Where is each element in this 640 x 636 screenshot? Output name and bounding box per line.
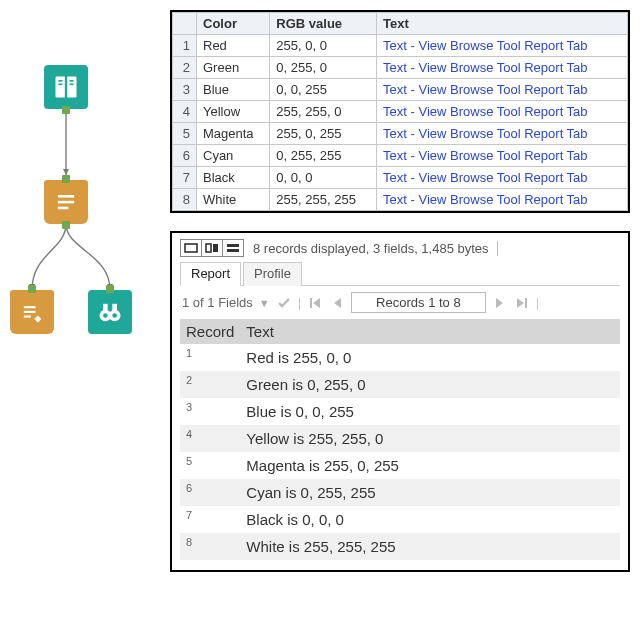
svg-rect-7 (70, 84, 74, 86)
book-icon (52, 73, 80, 101)
grid-cell-rgb[interactable]: 0, 255, 255 (270, 145, 377, 167)
grid-rownum: 7 (173, 167, 197, 189)
records-range[interactable]: Records 1 to 8 (351, 292, 486, 313)
data-grid-panel: Color RGB value Text 1Red255, 0, 0Text -… (170, 10, 630, 213)
view-single-button[interactable] (180, 239, 202, 257)
table-row[interactable]: 6Cyan0, 255, 255Text - View Browse Tool … (173, 145, 628, 167)
table-row[interactable]: 7Black0, 0, 0Text - View Browse Tool Rep… (173, 167, 628, 189)
grid-cell-color[interactable]: Green (197, 57, 270, 79)
report-rownum: 1 (180, 344, 240, 371)
grid-cell-rgb[interactable]: 255, 0, 0 (270, 35, 377, 57)
data-grid[interactable]: Color RGB value Text 1Red255, 0, 0Text -… (172, 12, 628, 211)
report-cell-text[interactable]: Red is 255, 0, 0 (240, 344, 620, 371)
grid-cell-text-link[interactable]: Text - View Browse Tool Report Tab (377, 189, 628, 211)
browse-results-panel: 8 records displayed, 3 fields, 1,485 byt… (170, 231, 630, 572)
grid-header[interactable]: RGB value (270, 13, 377, 35)
fields-indicator[interactable]: 1 of 1 Fields (182, 295, 253, 310)
report-cell-text[interactable]: White is 255, 255, 255 (240, 533, 620, 560)
grid-rownum: 6 (173, 145, 197, 167)
grid-cell-color[interactable]: Blue (197, 79, 270, 101)
svg-rect-12 (24, 306, 36, 308)
svg-rect-21 (185, 244, 197, 252)
report-header-text[interactable]: Text (240, 319, 620, 344)
formula-tool[interactable] (44, 180, 88, 224)
table-row[interactable]: 3Blue is 0, 0, 255 (180, 398, 620, 425)
browse-tabs: Report Profile (180, 261, 620, 286)
table-row[interactable]: 7Black is 0, 0, 0 (180, 506, 620, 533)
grid-cell-text-link[interactable]: Text - View Browse Tool Report Tab (377, 57, 628, 79)
table-row[interactable]: 5Magenta255, 0, 255Text - View Browse To… (173, 123, 628, 145)
text-input-tool[interactable] (44, 65, 88, 109)
table-row[interactable]: 2Green is 0, 255, 0 (180, 371, 620, 398)
table-row[interactable]: 3Blue0, 0, 255Text - View Browse Tool Re… (173, 79, 628, 101)
last-record-button[interactable] (514, 295, 530, 311)
grid-cell-rgb[interactable]: 255, 0, 255 (270, 123, 377, 145)
view-split-button[interactable] (201, 239, 223, 257)
grid-cell-text-link[interactable]: Text - View Browse Tool Report Tab (377, 35, 628, 57)
grid-cell-rgb[interactable]: 0, 0, 0 (270, 167, 377, 189)
grid-rownum: 2 (173, 57, 197, 79)
grid-cell-text-link[interactable]: Text - View Browse Tool Report Tab (377, 167, 628, 189)
svg-rect-22 (206, 244, 211, 252)
svg-rect-4 (58, 80, 62, 82)
report-cell-text[interactable]: Yellow is 255, 255, 0 (240, 425, 620, 452)
next-record-button[interactable] (492, 295, 508, 311)
view-stack-button[interactable] (222, 239, 244, 257)
browse-tool[interactable] (88, 290, 132, 334)
anchor-in (106, 285, 114, 293)
table-row[interactable]: 1Red is 255, 0, 0 (180, 344, 620, 371)
grid-cell-color[interactable]: Cyan (197, 145, 270, 167)
tab-profile[interactable]: Profile (243, 262, 302, 286)
report-cell-text[interactable]: Black is 0, 0, 0 (240, 506, 620, 533)
table-row[interactable]: 4Yellow is 255, 255, 0 (180, 425, 620, 452)
grid-header[interactable]: Color (197, 13, 270, 35)
grid-cell-rgb[interactable]: 255, 255, 255 (270, 189, 377, 211)
grid-corner (173, 13, 197, 35)
table-row[interactable]: 8White255, 255, 255Text - View Browse To… (173, 189, 628, 211)
output-data-tool[interactable] (10, 290, 54, 334)
table-row[interactable]: 6Cyan is 0, 255, 255 (180, 479, 620, 506)
report-cell-text[interactable]: Cyan is 0, 255, 255 (240, 479, 620, 506)
grid-rownum: 5 (173, 123, 197, 145)
table-row[interactable]: 5Magenta is 255, 0, 255 (180, 452, 620, 479)
grid-cell-color[interactable]: Red (197, 35, 270, 57)
grid-cell-text-link[interactable]: Text - View Browse Tool Report Tab (377, 79, 628, 101)
grid-cell-rgb[interactable]: 0, 0, 255 (270, 79, 377, 101)
workflow-canvas[interactable] (10, 10, 160, 626)
grid-cell-text-link[interactable]: Text - View Browse Tool Report Tab (377, 123, 628, 145)
grid-rownum: 8 (173, 189, 197, 211)
svg-rect-26 (310, 298, 312, 308)
svg-rect-23 (213, 244, 218, 252)
grid-cell-rgb[interactable]: 255, 255, 0 (270, 101, 377, 123)
grid-cell-text-link[interactable]: Text - View Browse Tool Report Tab (377, 101, 628, 123)
svg-rect-13 (24, 311, 36, 313)
table-row[interactable]: 4Yellow255, 255, 0Text - View Browse Too… (173, 101, 628, 123)
grid-cell-color[interactable]: Yellow (197, 101, 270, 123)
prev-record-button[interactable] (329, 295, 345, 311)
report-rownum: 5 (180, 452, 240, 479)
svg-rect-5 (58, 84, 62, 86)
chevron-down-icon[interactable]: ▼ (259, 297, 270, 309)
report-cell-text[interactable]: Magenta is 255, 0, 255 (240, 452, 620, 479)
report-header-record[interactable]: Record (180, 319, 240, 344)
report-rownum: 8 (180, 533, 240, 560)
tab-report[interactable]: Report (180, 262, 241, 286)
report-cell-text[interactable]: Green is 0, 255, 0 (240, 371, 620, 398)
note-pencil-icon (18, 298, 46, 326)
check-icon[interactable] (276, 295, 292, 311)
report-cell-text[interactable]: Blue is 0, 0, 255 (240, 398, 620, 425)
first-record-button[interactable] (307, 295, 323, 311)
report-table[interactable]: Record Text 1Red is 255, 0, 02Green is 0… (180, 319, 620, 560)
grid-cell-color[interactable]: Black (197, 167, 270, 189)
table-row[interactable]: 1Red255, 0, 0Text - View Browse Tool Rep… (173, 35, 628, 57)
grid-cell-color[interactable]: White (197, 189, 270, 211)
grid-cell-rgb[interactable]: 0, 255, 0 (270, 57, 377, 79)
grid-cell-text-link[interactable]: Text - View Browse Tool Report Tab (377, 145, 628, 167)
table-row[interactable]: 8White is 255, 255, 255 (180, 533, 620, 560)
grid-header[interactable]: Text (377, 13, 628, 35)
browse-status: 8 records displayed, 3 fields, 1,485 byt… (249, 241, 498, 256)
table-row[interactable]: 2Green0, 255, 0Text - View Browse Tool R… (173, 57, 628, 79)
anchor-out (62, 221, 70, 229)
grid-cell-color[interactable]: Magenta (197, 123, 270, 145)
svg-rect-25 (227, 249, 239, 252)
